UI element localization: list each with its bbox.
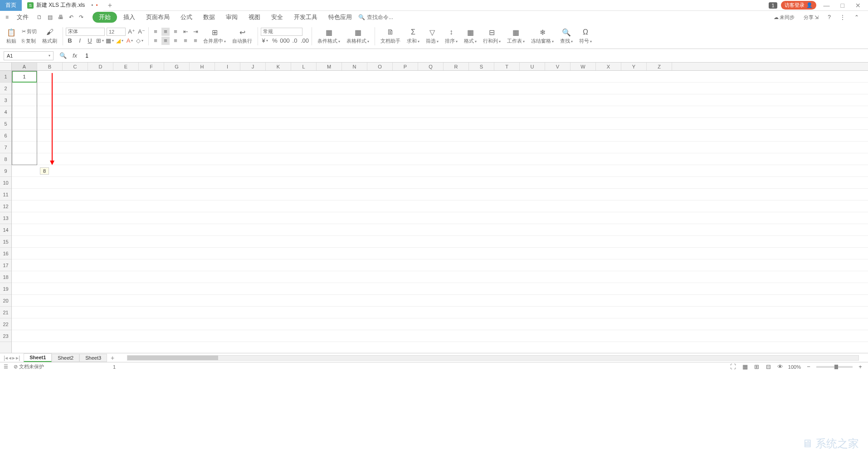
- select-all-corner[interactable]: [0, 63, 12, 70]
- tab-formula[interactable]: 公式: [176, 11, 197, 23]
- row-header[interactable]: 11: [0, 189, 11, 200]
- row-header[interactable]: 4: [0, 106, 11, 118]
- protect-status[interactable]: ⊘ 文档未保护: [14, 363, 44, 370]
- italic-button[interactable]: I: [76, 37, 84, 45]
- row-header[interactable]: 15: [0, 236, 11, 248]
- col-header-B[interactable]: B: [37, 63, 63, 70]
- comma-icon[interactable]: 000: [281, 37, 289, 45]
- zoom-formula-icon[interactable]: 🔍: [59, 52, 67, 60]
- col-header-M[interactable]: M: [317, 63, 342, 70]
- col-header-V[interactable]: V: [545, 63, 571, 70]
- sheet-tab[interactable]: Sheet2: [52, 354, 79, 362]
- percent-icon[interactable]: %: [271, 37, 279, 45]
- collapse-ribbon-icon[interactable]: ⌃: [853, 12, 861, 22]
- row-header[interactable]: 10: [0, 177, 11, 189]
- minimize-button[interactable]: —: [820, 2, 834, 9]
- sheet-nav-prev-icon[interactable]: ◂: [9, 355, 11, 361]
- col-header-Q[interactable]: Q: [418, 63, 444, 70]
- zoom-in-icon[interactable]: +: [856, 363, 864, 371]
- font-name-select[interactable]: [66, 28, 105, 36]
- close-button[interactable]: ✕: [852, 2, 864, 9]
- table-style-button[interactable]: ▦ 表格样式▾: [346, 28, 369, 44]
- col-header-A[interactable]: A: [12, 63, 37, 70]
- worksheet-button[interactable]: ▦ 工作表▾: [507, 28, 525, 44]
- row-header[interactable]: 22: [0, 318, 11, 330]
- command-search[interactable]: 🔍: [358, 14, 403, 20]
- decrease-decimal-icon[interactable]: .00: [301, 37, 309, 45]
- symbol-button[interactable]: Ω 符号▾: [579, 28, 592, 44]
- underline-button[interactable]: U: [86, 37, 94, 45]
- col-header-X[interactable]: X: [596, 63, 621, 70]
- wrap-button[interactable]: ↩ 自动换行: [232, 28, 252, 44]
- align-middle-icon[interactable]: ≡: [161, 28, 170, 36]
- font-color-button[interactable]: A▾: [126, 37, 134, 45]
- align-top-icon[interactable]: ≡: [151, 28, 160, 36]
- font-size-select[interactable]: [107, 28, 126, 36]
- rowcol-button[interactable]: ⊟ 行和列▾: [483, 28, 501, 44]
- col-header-U[interactable]: U: [520, 63, 545, 70]
- tab-page-layout[interactable]: 页面布局: [141, 11, 174, 23]
- bold-button[interactable]: B: [66, 37, 74, 45]
- col-header-T[interactable]: T: [494, 63, 520, 70]
- indent-left-icon[interactable]: ⇤: [181, 28, 190, 36]
- row-header[interactable]: 9: [0, 165, 11, 177]
- sheet-nav-first-icon[interactable]: |◂: [4, 355, 8, 361]
- col-header-Y[interactable]: Y: [621, 63, 647, 70]
- file-menu[interactable]: 文件: [12, 11, 33, 23]
- justify-icon[interactable]: ≡: [181, 37, 190, 45]
- new-tab-button[interactable]: +: [103, 1, 117, 10]
- filter-button[interactable]: ▽ 筛选▾: [426, 28, 439, 44]
- print-preview-icon[interactable]: ▤: [46, 12, 54, 22]
- fill-color-button[interactable]: ◢▾: [116, 37, 124, 45]
- row-header[interactable]: 7: [0, 142, 11, 153]
- tab-security[interactable]: 安全: [267, 11, 288, 23]
- col-header-F[interactable]: F: [139, 63, 164, 70]
- row-header[interactable]: 12: [0, 200, 11, 212]
- cond-format-button[interactable]: ▦ 条件格式▾: [317, 28, 340, 44]
- format-button[interactable]: ▦ 格式▾: [464, 28, 477, 44]
- row-header[interactable]: 1: [0, 71, 11, 83]
- align-left-icon[interactable]: ≡: [151, 37, 160, 45]
- sort-button[interactable]: ↕ 排序▾: [445, 28, 458, 44]
- more-icon[interactable]: ⋮: [838, 12, 847, 22]
- maximize-button[interactable]: □: [837, 2, 848, 9]
- quick-action-icon[interactable]: ☰: [4, 364, 8, 370]
- app-menu-icon[interactable]: ≡: [4, 12, 10, 22]
- cells-area[interactable]: 1 8: [12, 71, 868, 353]
- tab-data[interactable]: 数据: [199, 11, 219, 23]
- paste-button[interactable]: 📋 粘贴: [6, 28, 16, 44]
- row-header[interactable]: 2: [0, 83, 11, 94]
- col-header-N[interactable]: N: [342, 63, 367, 70]
- sheet-tab[interactable]: Sheet3: [79, 354, 107, 362]
- view-normal-icon[interactable]: ▦: [741, 363, 749, 371]
- search-input[interactable]: [367, 14, 403, 20]
- col-header-R[interactable]: R: [444, 63, 469, 70]
- row-header[interactable]: 21: [0, 307, 11, 318]
- notification-badge[interactable]: 1: [769, 2, 777, 9]
- col-header-P[interactable]: P: [393, 63, 418, 70]
- col-header-C[interactable]: C: [63, 63, 88, 70]
- col-header-D[interactable]: D: [88, 63, 113, 70]
- row-header[interactable]: 23: [0, 330, 11, 342]
- row-header[interactable]: 8: [0, 153, 11, 165]
- row-header[interactable]: 20: [0, 295, 11, 307]
- fx-label[interactable]: fx: [73, 52, 77, 59]
- format-painter-button[interactable]: 🖌 格式刷: [42, 28, 57, 44]
- share-button[interactable]: 分享 ⇲: [802, 13, 820, 22]
- col-header-L[interactable]: L: [291, 63, 317, 70]
- indent-right-icon[interactable]: ⇥: [191, 28, 200, 36]
- copy-button[interactable]: ⎘ 复制: [20, 37, 39, 45]
- zoom-out-icon[interactable]: −: [805, 363, 813, 371]
- row-header[interactable]: 3: [0, 94, 11, 106]
- align-right-icon[interactable]: ≡: [171, 37, 180, 45]
- sheet-tab[interactable]: Sheet1: [24, 353, 52, 362]
- align-center-icon[interactable]: ≡: [161, 37, 170, 45]
- row-header[interactable]: 16: [0, 248, 11, 259]
- increase-font-icon[interactable]: A⁺: [127, 28, 136, 36]
- col-header-E[interactable]: E: [113, 63, 139, 70]
- distribute-icon[interactable]: ≡: [191, 37, 200, 45]
- cell-A1[interactable]: 1: [12, 71, 37, 83]
- row-header[interactable]: 18: [0, 271, 11, 283]
- col-header-J[interactable]: J: [240, 63, 266, 70]
- tab-insert[interactable]: 插入: [119, 11, 140, 23]
